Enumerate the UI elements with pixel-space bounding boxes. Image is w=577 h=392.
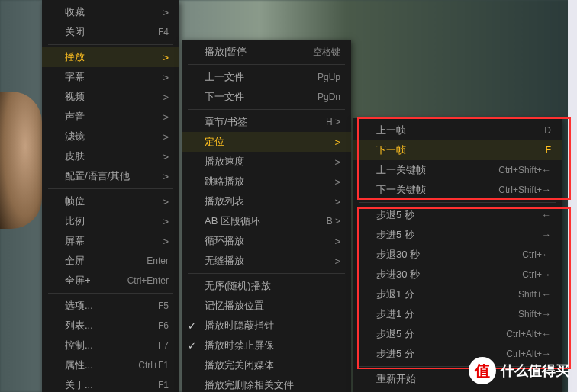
menu-item-label: 无缝播放 <box>205 254 244 268</box>
main-menu-item-17[interactable]: 选项...F5 <box>42 296 179 316</box>
seek-menu-item-5[interactable]: 步退5 秒← <box>353 205 562 225</box>
menu-item-shortcut: Enter <box>147 255 169 266</box>
playback-menu-separator <box>188 64 345 65</box>
seek-menu-item-7[interactable]: 步退30 秒Ctrl+← <box>353 245 562 265</box>
menu-item-shortcut: Ctrl+Enter <box>127 275 169 286</box>
playback-menu-item-9[interactable]: 播放列表> <box>182 191 351 211</box>
seek-menu-item-11[interactable]: 步退5 分Ctrl+Alt+← <box>353 324 562 344</box>
menu-item-label: 跳略播放 <box>205 175 244 188</box>
menu-item-label: 下一帧 <box>376 143 406 157</box>
menu-item-shortcut: → <box>542 230 551 240</box>
main-menu-item-6[interactable]: 声音> <box>42 107 179 127</box>
playback-menu-item-2[interactable]: 上一文件PgUp <box>182 67 351 87</box>
submenu-seek[interactable]: 上一帧D下一帧F上一关键帧Ctrl+Shift+←下一关键帧Ctrl+Shift… <box>353 118 562 392</box>
menu-item-shortcut: Shift+← <box>518 289 551 300</box>
watermark-logo: 值 什么值得买 <box>469 357 569 384</box>
seek-menu-item-10[interactable]: 步进1 分Shift+→ <box>353 304 562 324</box>
menu-item-label: 列表... <box>65 319 93 333</box>
menu-item-shortcut: H > <box>326 117 340 127</box>
main-menu-item-3[interactable]: 播放> <box>42 47 179 67</box>
playback-menu-item-6[interactable]: 定位> <box>182 132 351 152</box>
menu-item-label: 播放时隐蔽指针 <box>205 319 274 333</box>
main-menu-item-12[interactable]: 比例> <box>42 211 179 231</box>
main-menu-item-18[interactable]: 列表...F6 <box>42 316 179 336</box>
menu-item-label: 步退1 分 <box>376 288 414 301</box>
logo-text: 什么值得买 <box>501 361 569 380</box>
menu-item-label: 无序(随机)播放 <box>205 279 271 293</box>
chevron-right-icon: > <box>334 196 340 207</box>
main-menu-item-9[interactable]: 配置/语言/其他> <box>42 166 179 186</box>
menu-item-label: 重新开始 <box>376 372 416 386</box>
main-menu-item-15[interactable]: 全屏+Ctrl+Enter <box>42 271 179 291</box>
menu-item-shortcut: Ctrl+Alt+← <box>506 329 551 339</box>
menu-item-label: 关闭 <box>65 25 85 39</box>
menu-item-label: 下一关键帧 <box>376 183 426 197</box>
menu-item-label: 控制... <box>65 339 93 352</box>
main-menu-item-13[interactable]: 屏幕> <box>42 231 179 251</box>
menu-item-shortcut: F <box>546 145 551 156</box>
playback-menu-item-18[interactable]: 播放完关闭媒体 <box>182 355 351 375</box>
menu-item-shortcut: B > <box>327 216 340 227</box>
seek-menu-item-6[interactable]: 步进5 秒→ <box>353 225 562 245</box>
menu-item-shortcut: 空格键 <box>313 46 340 59</box>
menu-item-label: 步进5 分 <box>376 347 414 361</box>
menu-item-shortcut: F6 <box>158 320 169 331</box>
chevron-right-icon: > <box>163 131 169 143</box>
main-menu-item-7[interactable]: 滤镜> <box>42 127 179 146</box>
seek-menu-separator <box>359 202 556 203</box>
playback-menu-item-8[interactable]: 跳略播放> <box>182 172 351 191</box>
main-menu-item-14[interactable]: 全屏Enter <box>42 251 179 271</box>
main-menu-item-1[interactable]: 关闭F4 <box>42 22 179 42</box>
menu-item-label: 记忆播放位置 <box>205 299 264 313</box>
seek-menu-item-0[interactable]: 上一帧D <box>353 120 562 140</box>
menu-item-shortcut: D <box>544 125 551 136</box>
main-menu-item-4[interactable]: 字幕> <box>42 67 179 87</box>
playback-menu-item-5[interactable]: 章节/书签H > <box>182 112 351 132</box>
main-menu-item-19[interactable]: 控制...F7 <box>42 336 179 355</box>
menu-item-label: 播放 <box>65 50 85 64</box>
playback-menu-item-15[interactable]: 记忆播放位置 <box>182 296 351 316</box>
menu-item-label: 视频 <box>65 90 85 104</box>
right-ui-strip <box>568 0 577 392</box>
seek-menu-item-3[interactable]: 下一关键帧Ctrl+Shift+→ <box>353 180 562 200</box>
seek-menu-item-15[interactable]: 中断Ctrl+End <box>353 389 562 392</box>
menu-item-label: 配置/语言/其他 <box>65 169 130 183</box>
menu-item-shortcut: F4 <box>158 27 169 37</box>
main-menu-item-0[interactable]: 收藏> <box>42 2 179 22</box>
main-menu-separator <box>48 293 173 294</box>
playback-menu-item-11[interactable]: 循环播放> <box>182 231 351 251</box>
logo-icon: 值 <box>469 357 496 384</box>
main-menu-item-8[interactable]: 皮肤> <box>42 146 179 166</box>
playback-menu-item-10[interactable]: AB 区段循环B > <box>182 211 351 231</box>
playback-menu-item-12[interactable]: 无缝播放> <box>182 251 351 271</box>
menu-item-label: 步退5 秒 <box>376 208 414 222</box>
submenu-playback[interactable]: 播放|暂停空格键上一文件PgUp下一文件PgDn章节/书签H >定位>播放速度>… <box>182 40 351 392</box>
seek-menu-item-8[interactable]: 步进30 秒Ctrl+→ <box>353 265 562 284</box>
menu-item-shortcut: F7 <box>158 340 169 351</box>
playback-menu-item-14[interactable]: 无序(随机)播放 <box>182 276 351 296</box>
menu-item-shortcut: PgUp <box>318 72 340 82</box>
playback-menu-item-19[interactable]: 播放完删除相关文件 <box>182 375 351 392</box>
playback-menu-item-17[interactable]: ✓播放时禁止屏保 <box>182 336 351 355</box>
menu-item-label: 声音 <box>65 110 85 124</box>
main-menu-item-21[interactable]: 关于...F1 <box>42 375 179 392</box>
seek-menu-item-1[interactable]: 下一帧F <box>353 140 562 160</box>
menu-item-label: 收藏 <box>65 5 85 19</box>
menu-item-label: 比例 <box>65 214 85 228</box>
playback-menu-item-7[interactable]: 播放速度> <box>182 152 351 172</box>
context-menu-main[interactable]: 收藏>关闭F4播放>字幕>视频>声音>滤镜>皮肤>配置/语言/其他>帧位>比例>… <box>42 0 179 392</box>
main-menu-item-20[interactable]: 属性...Ctrl+F1 <box>42 355 179 375</box>
menu-item-label: 步退5 分 <box>376 327 414 341</box>
playback-menu-item-16[interactable]: ✓播放时隐蔽指针 <box>182 316 351 336</box>
playback-menu-item-0[interactable]: 播放|暂停空格键 <box>182 42 351 62</box>
menu-item-shortcut: F1 <box>158 380 169 390</box>
seek-menu-item-9[interactable]: 步退1 分Shift+← <box>353 284 562 304</box>
menu-item-label: 播放完关闭媒体 <box>205 358 274 372</box>
main-menu-item-11[interactable]: 帧位> <box>42 191 179 211</box>
seek-menu-item-2[interactable]: 上一关键帧Ctrl+Shift+← <box>353 160 562 180</box>
playback-menu-item-3[interactable]: 下一文件PgDn <box>182 87 351 107</box>
menu-item-shortcut: Ctrl+Shift+→ <box>498 185 551 195</box>
chevron-right-icon: > <box>334 236 340 247</box>
chevron-right-icon: > <box>163 196 169 207</box>
main-menu-item-5[interactable]: 视频> <box>42 87 179 107</box>
